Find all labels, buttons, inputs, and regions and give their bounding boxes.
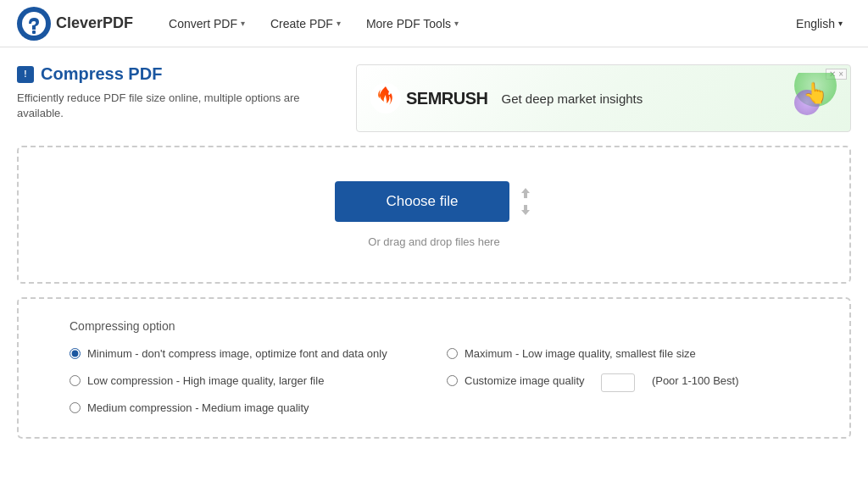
option-customize[interactable]: Customize image quality (Poor 1-100 Best… bbox=[447, 373, 824, 392]
option-customize-radio[interactable] bbox=[447, 375, 458, 386]
ad-visual: 👆 bbox=[752, 73, 837, 124]
more-tools-arrow: ▾ bbox=[454, 19, 459, 28]
drag-drop-text: Or drag and drop files here bbox=[368, 235, 499, 248]
semrush-logo: SEMRUSH bbox=[370, 83, 488, 113]
options-right: Maximum - Low image quality, smallest fi… bbox=[447, 346, 824, 417]
option-maximum-label: Maximum - Low image quality, smallest fi… bbox=[465, 346, 696, 362]
page-description: Efficiently reduce PDF file size online,… bbox=[17, 91, 339, 121]
arrow-up-icon bbox=[518, 186, 533, 200]
options-grid: Minimum - don't compress image, optimize… bbox=[70, 346, 824, 417]
option-medium-radio[interactable] bbox=[70, 402, 81, 413]
option-customize-label-suffix: (Poor 1-100 Best) bbox=[652, 373, 739, 389]
page-title-row: ! Compress PDF bbox=[17, 64, 339, 84]
title-icon: ! bbox=[17, 66, 34, 83]
nav-more-tools[interactable]: More PDF Tools ▾ bbox=[356, 12, 469, 36]
option-minimum-radio[interactable] bbox=[70, 348, 81, 359]
header: CleverPDF Convert PDF ▾ Create PDF ▾ Mor… bbox=[0, 0, 868, 47]
svg-rect-2 bbox=[32, 30, 36, 34]
ad-banner: ✕ × SEMRUSH Get deep market insights bbox=[356, 64, 851, 132]
page-title: Compress PDF bbox=[41, 64, 162, 84]
option-medium-label: Medium compression - Medium image qualit… bbox=[87, 401, 309, 416]
option-low-label: Low compression - High image quality, la… bbox=[87, 373, 324, 389]
main-nav: Convert PDF ▾ Create PDF ▾ More PDF Tool… bbox=[159, 12, 787, 36]
convert-pdf-arrow: ▾ bbox=[241, 19, 245, 28]
option-low[interactable]: Low compression - High image quality, la… bbox=[70, 373, 447, 389]
title-left: ! Compress PDF Efficiently reduce PDF fi… bbox=[17, 64, 339, 132]
semrush-brand: SEMRUSH bbox=[406, 89, 488, 108]
arrow-down-icon bbox=[518, 203, 533, 217]
logo-text: CleverPDF bbox=[56, 14, 133, 32]
options-area: Compressing option Minimum - don't compr… bbox=[17, 297, 851, 439]
option-low-radio[interactable] bbox=[70, 375, 81, 386]
semrush-flame-icon bbox=[370, 83, 401, 113]
quality-input[interactable] bbox=[601, 373, 635, 392]
choose-file-button[interactable]: Choose file bbox=[335, 181, 509, 222]
logo-icon bbox=[17, 7, 51, 41]
option-customize-label-prefix: Customize image quality bbox=[465, 373, 585, 389]
upload-arrows bbox=[518, 186, 533, 217]
options-title: Compressing option bbox=[70, 319, 824, 333]
nav-convert-pdf[interactable]: Convert PDF ▾ bbox=[159, 12, 255, 36]
ad-tagline: Get deep market insights bbox=[502, 91, 738, 106]
download-icon bbox=[518, 203, 533, 217]
option-medium[interactable]: Medium compression - Medium image qualit… bbox=[70, 401, 447, 416]
option-maximum-radio[interactable] bbox=[447, 348, 458, 359]
language-selector[interactable]: English ▾ bbox=[787, 12, 851, 36]
title-section: ! Compress PDF Efficiently reduce PDF fi… bbox=[17, 64, 851, 132]
options-left: Minimum - don't compress image, optimize… bbox=[70, 346, 447, 417]
language-label: English bbox=[796, 17, 835, 30]
upload-area: Choose file Or drag and drop files here bbox=[17, 146, 851, 284]
language-arrow: ▾ bbox=[838, 19, 843, 28]
option-minimum[interactable]: Minimum - don't compress image, optimize… bbox=[70, 346, 447, 362]
option-minimum-label: Minimum - don't compress image, optimize… bbox=[87, 346, 387, 362]
nav-create-pdf[interactable]: Create PDF ▾ bbox=[260, 12, 351, 36]
create-pdf-arrow: ▾ bbox=[337, 19, 341, 28]
option-maximum[interactable]: Maximum - Low image quality, smallest fi… bbox=[447, 346, 824, 362]
page-content: ! Compress PDF Efficiently reduce PDF fi… bbox=[0, 47, 868, 439]
logo-link[interactable]: CleverPDF bbox=[17, 7, 133, 41]
upload-icon bbox=[518, 186, 533, 200]
upload-row: Choose file bbox=[335, 181, 532, 222]
